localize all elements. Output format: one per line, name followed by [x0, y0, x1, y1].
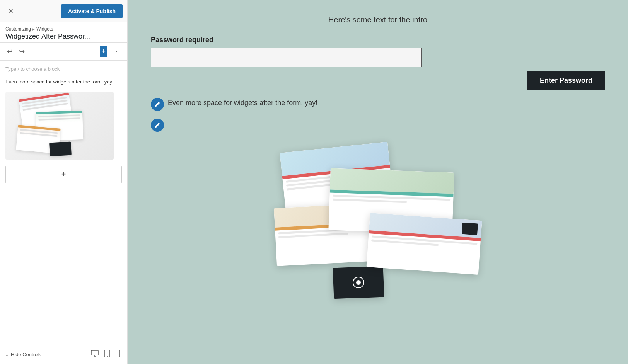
sidebar-footer: ○ Hide Controls	[0, 345, 127, 364]
password-input[interactable]	[151, 48, 422, 67]
breadcrumb: Customizing ▸ Widgets	[5, 26, 122, 32]
desktop-view-button[interactable]	[89, 349, 100, 360]
close-button[interactable]: ✕	[5, 5, 17, 17]
svg-point-4	[107, 356, 108, 357]
add-block-toolbar-button[interactable]: +	[100, 46, 107, 57]
breadcrumb-child[interactable]: Widgets	[36, 26, 53, 32]
add-block-button[interactable]: +	[5, 166, 122, 183]
plus-icon: +	[101, 48, 106, 56]
eye-icon: ○	[5, 352, 9, 357]
pages-illustration	[9, 94, 110, 158]
tablet-view-button[interactable]	[102, 349, 112, 360]
widget-text: Even more space for widgets after the fo…	[5, 78, 122, 86]
main-preview: Here's some text for the intro Password …	[128, 0, 628, 364]
widget-edit-icon-2[interactable]	[151, 119, 164, 132]
hide-controls-label: Hide Controls	[11, 352, 41, 357]
redo-icon: ↪	[19, 47, 25, 56]
close-icon: ✕	[8, 7, 14, 15]
sidebar-title: Widgetized After Passwor...	[5, 32, 122, 41]
hide-controls-button[interactable]: ○ Hide Controls	[5, 352, 41, 357]
enter-password-button[interactable]: Enter Password	[527, 71, 605, 90]
more-icon: ⋮	[113, 47, 120, 56]
breadcrumb-parent[interactable]: Customizing	[5, 26, 31, 32]
pencil-icon-2	[154, 122, 160, 128]
pencil-icon	[154, 101, 160, 107]
activate-publish-button[interactable]: Activate & Publish	[61, 4, 123, 18]
widget-edit-icon-1[interactable]	[151, 98, 164, 111]
breadcrumb-separator: ▸	[32, 27, 35, 32]
preview-image-area	[151, 139, 605, 302]
redo-button[interactable]: ↪	[17, 46, 26, 57]
mobile-icon	[116, 351, 120, 359]
sidebar: ✕ Activate & Publish Customizing ▸ Widge…	[0, 0, 128, 364]
sidebar-content: Type / to choose a block Even more space…	[0, 61, 127, 345]
preview-intro-text: Here's some text for the intro	[151, 15, 605, 24]
svg-point-6	[118, 356, 118, 357]
page-card-4	[49, 141, 72, 156]
big-illustration	[252, 147, 503, 302]
undo-button[interactable]: ↩	[5, 46, 14, 57]
big-card-4	[366, 213, 482, 275]
sidebar-toolbar: ↩ ↪ + ⋮	[0, 43, 127, 61]
breadcrumb-section: Customizing ▸ Widgets Widgetized After P…	[0, 22, 127, 43]
sidebar-header: ✕ Activate & Publish	[0, 0, 127, 22]
widget-indicator-text: Even more space for widgets after the fo…	[168, 98, 317, 108]
view-buttons	[89, 349, 122, 360]
desktop-icon	[91, 351, 99, 359]
mobile-view-button[interactable]	[114, 349, 122, 360]
widget-area-indicator: Even more space for widgets after the fo…	[151, 90, 605, 111]
undo-icon: ↩	[7, 47, 13, 56]
tablet-icon	[104, 351, 110, 359]
more-options-button[interactable]: ⋮	[112, 46, 122, 57]
widget-image	[5, 92, 114, 160]
password-label: Password required	[151, 36, 605, 44]
svg-rect-0	[91, 350, 98, 355]
block-placeholder[interactable]: Type / to choose a block	[5, 66, 122, 72]
big-card-5	[333, 266, 384, 299]
password-section: Password required Enter Password	[151, 36, 605, 67]
